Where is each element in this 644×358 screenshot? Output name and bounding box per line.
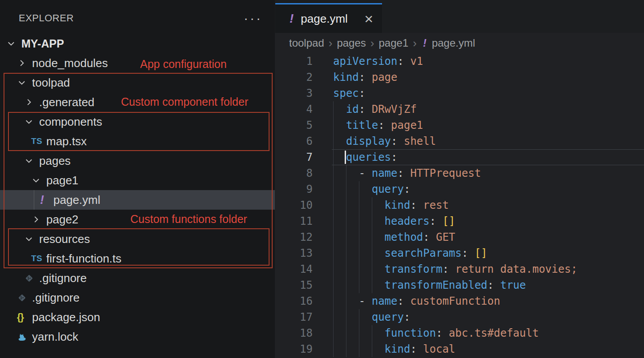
chevron-down-icon[interactable] xyxy=(6,39,21,48)
indent-guide xyxy=(333,309,334,325)
tree-folder-node-modules[interactable]: node_modules xyxy=(0,53,275,73)
code-line-11[interactable]: 11 headers: [] xyxy=(275,213,644,229)
code-line-16[interactable]: 16 - name: customFunction xyxy=(275,293,644,309)
indent-guide xyxy=(333,181,334,197)
line-number[interactable]: 13 xyxy=(275,245,313,261)
line-number[interactable]: 8 xyxy=(275,165,313,181)
tree-file-first-function-ts[interactable]: TSfirst-function.ts xyxy=(0,249,275,268)
line-number[interactable]: 14 xyxy=(275,261,313,277)
line-number[interactable]: 15 xyxy=(275,277,313,293)
chevron-right-icon[interactable] xyxy=(24,97,34,107)
code-line-7[interactable]: 7 queries: xyxy=(275,149,644,165)
code-line-15[interactable]: 15 transformEnabled: true xyxy=(275,277,644,293)
line-content: transform: return data.movies; xyxy=(333,261,577,277)
line-number[interactable]: 5 xyxy=(275,117,313,133)
indent-guide xyxy=(333,341,334,357)
code-line-6[interactable]: 6 display: shell xyxy=(275,133,644,149)
indent-guide xyxy=(346,325,346,341)
breadcrumb-item-page1[interactable]: page1 xyxy=(378,37,408,49)
indent-guide xyxy=(372,197,372,213)
code-line-10[interactable]: 10 kind: rest xyxy=(275,197,644,213)
code-line-3[interactable]: 3spec: xyxy=(275,85,644,101)
tab-page-yml[interactable]: ! page.yml × xyxy=(275,3,382,33)
tree-file-map-tsx[interactable]: TSmap.tsx xyxy=(0,131,275,151)
tree-folder-page2[interactable]: page2 xyxy=(0,210,275,229)
line-number[interactable]: 6 xyxy=(275,133,313,149)
code-line-19[interactable]: 19 kind: local xyxy=(275,341,644,357)
more-actions-icon[interactable]: ··· xyxy=(244,16,262,20)
text-cursor xyxy=(345,151,346,164)
chevron-down-icon[interactable] xyxy=(24,156,34,166)
tree-folder--generated[interactable]: .generated xyxy=(0,92,275,112)
line-number[interactable]: 7 xyxy=(275,149,313,165)
chevron-down-icon[interactable] xyxy=(24,234,34,244)
git-file-icon xyxy=(17,293,27,303)
indent-guide xyxy=(346,293,346,309)
code-line-13[interactable]: 13 searchParams: [] xyxy=(275,245,644,261)
line-number[interactable]: 19 xyxy=(275,341,313,357)
code-line-9[interactable]: 9 query: xyxy=(275,181,644,197)
code-line-4[interactable]: 4 id: DRwVjZf xyxy=(275,101,644,117)
chevron-right-icon[interactable] xyxy=(31,215,41,224)
breadcrumb-item-file[interactable]: page.yml xyxy=(432,37,475,49)
tree-folder-resources[interactable]: resources xyxy=(0,229,275,249)
line-number[interactable]: 16 xyxy=(275,293,313,309)
indent-guide xyxy=(333,165,334,181)
tree-file--gitignore[interactable]: .gitignore xyxy=(0,288,275,307)
indent-guide xyxy=(346,309,346,325)
indent-guide xyxy=(333,277,334,293)
line-number[interactable]: 4 xyxy=(275,101,313,117)
code-line-8[interactable]: 8 - name: HTTPrequest xyxy=(275,165,644,181)
indent-guide xyxy=(359,261,359,277)
breadcrumb-item-toolpad[interactable]: toolpad xyxy=(289,37,324,49)
code-line-17[interactable]: 17 query: xyxy=(275,309,644,325)
tree-folder-page1[interactable]: page1 xyxy=(0,171,275,190)
code-line-12[interactable]: 12 method: GET xyxy=(275,229,644,245)
code-line-18[interactable]: 18 function: abc.ts#default xyxy=(275,325,644,341)
chevron-down-icon[interactable] xyxy=(24,117,34,127)
line-number[interactable]: 18 xyxy=(275,325,313,341)
tree-file-package-json[interactable]: {}package.json xyxy=(0,307,275,327)
line-content: - name: customFunction xyxy=(333,293,500,309)
indent-guide xyxy=(333,117,334,133)
code-line-1[interactable]: 1apiVersion: v1 xyxy=(275,53,644,69)
line-number[interactable]: 12 xyxy=(275,229,313,245)
tree-file--gitignore[interactable]: .gitignore xyxy=(0,268,275,288)
chevron-down-icon[interactable] xyxy=(17,78,27,88)
close-tab-icon[interactable]: × xyxy=(362,12,375,25)
line-number[interactable]: 10 xyxy=(275,197,313,213)
line-number[interactable]: 1 xyxy=(275,53,313,69)
chevron-right-icon[interactable] xyxy=(17,58,27,68)
tree-folder-components[interactable]: components xyxy=(0,112,275,131)
code-line-5[interactable]: 5 title: page1 xyxy=(275,117,644,133)
indent-guide xyxy=(359,325,359,341)
code-line-2[interactable]: 2kind: page xyxy=(275,69,644,85)
indent-guide xyxy=(346,341,346,357)
tree-item-label: page1 xyxy=(46,174,78,187)
indent-guide xyxy=(333,261,334,277)
explorer-sidebar: EXPLORER ··· MY-APP node_modulestoolpad.… xyxy=(0,0,275,358)
line-number[interactable]: 9 xyxy=(275,181,313,197)
line-number[interactable]: 3 xyxy=(275,85,313,101)
line-content: queries: xyxy=(333,149,398,165)
chevron-down-icon[interactable] xyxy=(31,175,41,185)
line-number[interactable]: 11 xyxy=(275,213,313,229)
indent-guide xyxy=(333,293,334,309)
code-line-14[interactable]: 14 transform: return data.movies; xyxy=(275,261,644,277)
tree-folder-pages[interactable]: pages xyxy=(0,151,275,171)
breadcrumb-item-pages[interactable]: pages xyxy=(337,37,366,49)
tree-item-label: page2 xyxy=(46,213,78,227)
line-content: title: page1 xyxy=(333,117,423,133)
line-number[interactable]: 17 xyxy=(275,309,313,325)
tree-folder-toolpad[interactable]: toolpad xyxy=(0,73,275,92)
line-number[interactable]: 2 xyxy=(275,69,313,85)
workspace-root-row[interactable]: MY-APP xyxy=(0,34,275,53)
line-content: query: xyxy=(333,309,410,325)
workspace-root-label: MY-APP xyxy=(21,37,64,50)
line-content: apiVersion: v1 xyxy=(333,53,423,69)
code-editor[interactable]: 1apiVersion: v12kind: page3spec:4 id: DR… xyxy=(275,53,644,357)
line-content: kind: rest xyxy=(333,197,449,213)
tree-file-yarn-lock[interactable]: yarn.lock xyxy=(0,327,275,346)
indent-guide xyxy=(372,277,372,293)
tree-file-page-yml[interactable]: !page.yml xyxy=(0,190,275,210)
